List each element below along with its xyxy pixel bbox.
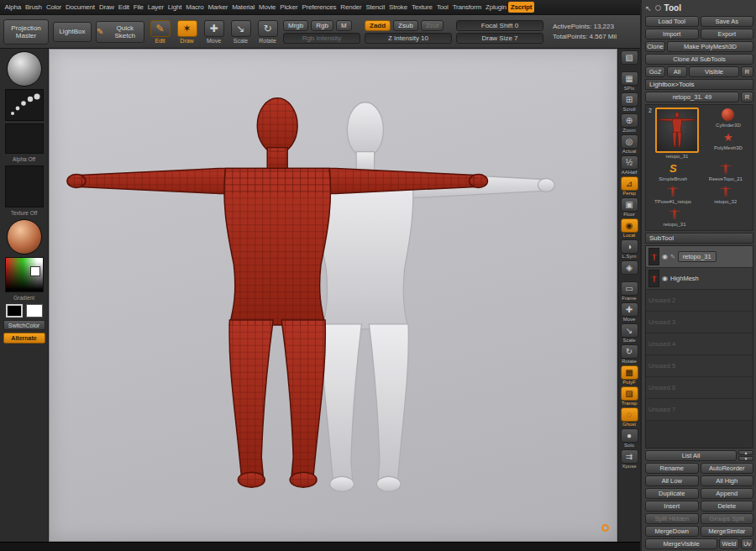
current-material-thumbnail[interactable] bbox=[7, 219, 42, 255]
menu-item[interactable]: Edit bbox=[116, 2, 131, 13]
quickpick-selected-tool[interactable]: retopo_31 bbox=[655, 108, 699, 160]
load-tool-button[interactable]: Load Tool bbox=[645, 16, 699, 27]
tool-palette-header[interactable]: ↖ Tool bbox=[645, 2, 753, 14]
menu-item[interactable]: Alpha bbox=[3, 2, 23, 13]
gradient-toggle[interactable]: Gradient bbox=[13, 295, 34, 302]
draw-size-slider[interactable]: Draw Size 7 bbox=[456, 33, 543, 44]
polyframe-toggle[interactable]: ▩ PolyF bbox=[618, 365, 640, 386]
subtool-item[interactable]: Unused 2 bbox=[646, 290, 753, 312]
append-button[interactable]: Append bbox=[701, 488, 754, 499]
all-high-button[interactable]: All High bbox=[701, 475, 754, 486]
menu-item[interactable]: Transform bbox=[450, 2, 483, 13]
quickpick-item-cylinder3d[interactable]: Cylinder3D bbox=[702, 108, 754, 129]
subtool-item[interactable]: Unused 5 bbox=[646, 355, 753, 377]
mrgb-button[interactable]: Mrgb bbox=[283, 20, 308, 31]
subtool-item[interactable]: Unused 4 bbox=[646, 333, 753, 355]
lightbox-tools-bar[interactable]: Lightbox>Tools bbox=[645, 79, 753, 90]
xpose-toggle[interactable]: ⇉ Xpose bbox=[618, 449, 640, 470]
zadd-button[interactable]: Zadd bbox=[365, 20, 391, 31]
menu-item[interactable]: Material bbox=[230, 2, 257, 13]
current-alpha-thumbnail[interactable] bbox=[5, 123, 44, 154]
menu-item[interactable]: Render bbox=[339, 2, 364, 13]
secondary-color-swatch[interactable] bbox=[26, 304, 43, 317]
import-button[interactable]: Import bbox=[645, 29, 699, 39]
zsub-button[interactable]: Zsub bbox=[393, 20, 418, 31]
split-hidden-button[interactable]: Split Hidden bbox=[645, 513, 699, 524]
current-stroke-thumbnail[interactable] bbox=[5, 89, 44, 121]
visibility-eye-icon[interactable]: ◉ bbox=[662, 253, 668, 260]
move-viewport-tool[interactable]: ✚ Move bbox=[618, 302, 640, 323]
subtool-item[interactable]: Unused 3 bbox=[646, 312, 753, 333]
menu-item[interactable]: Marker bbox=[206, 2, 230, 13]
local-toggle[interactable]: ◉ Local bbox=[618, 218, 640, 239]
projection-master-button[interactable]: Projection Master bbox=[3, 19, 49, 45]
quickpick-item-retopo-32[interactable]: retopo_32 bbox=[701, 184, 751, 205]
subtool-item[interactable]: Unused 7 bbox=[646, 399, 753, 421]
duplicate-button[interactable]: Duplicate bbox=[645, 488, 699, 499]
merge-down-button[interactable]: MergeDown bbox=[645, 526, 699, 537]
viewport-3d[interactable] bbox=[50, 50, 617, 541]
quick-sketch-button[interactable]: ✎ Quick Sketch bbox=[96, 21, 144, 43]
transparency-toggle[interactable]: ▨ Transp bbox=[618, 386, 640, 407]
all-low-button[interactable]: All Low bbox=[645, 475, 699, 486]
weld-button[interactable]: Weld bbox=[719, 538, 739, 549]
uv-button[interactable]: Uv bbox=[741, 538, 753, 549]
scale-mode-button[interactable]: ↘ Scale bbox=[229, 20, 252, 44]
actual-size-button[interactable]: ◎ Actual bbox=[618, 134, 640, 155]
color-picker-swatch[interactable] bbox=[30, 266, 40, 276]
persp-toggle[interactable]: ⊿ Persp bbox=[618, 176, 640, 197]
goz-visible-button[interactable]: Visible bbox=[689, 66, 739, 77]
spix-toggle[interactable]: ▦ SPix bbox=[618, 71, 640, 92]
selected-tool-thumbnail[interactable] bbox=[655, 108, 699, 153]
menu-item[interactable]: Movie bbox=[257, 2, 278, 13]
subtool-item-highmesh[interactable]: ◉ HighMesh bbox=[646, 268, 753, 290]
quickpick-item-polymesh3d[interactable]: ★ PolyMesh3D bbox=[702, 130, 754, 151]
menu-item[interactable]: Light bbox=[165, 2, 183, 13]
menu-item-zscript[interactable]: Zscript bbox=[508, 2, 533, 13]
zoom-tool[interactable]: ⊕ Zoom bbox=[618, 113, 640, 134]
floor-toggle[interactable]: ▣ Floor bbox=[618, 197, 640, 218]
menu-item[interactable]: Macro bbox=[184, 2, 206, 13]
solo-toggle[interactable]: ● Solo bbox=[618, 428, 640, 449]
quickpick-item-reevetopo[interactable]: ReeveTopo_21 bbox=[701, 161, 751, 182]
goz-button[interactable]: GoZ bbox=[645, 66, 665, 77]
aahalf-button[interactable]: ½ AAHalf bbox=[618, 155, 640, 176]
paint-toggle-icon[interactable]: ✎ bbox=[670, 254, 675, 260]
see-through-toggle[interactable]: ◈ bbox=[618, 260, 640, 281]
quickpick-item-retopo-31[interactable]: retopo_31 bbox=[648, 207, 701, 228]
menu-item[interactable]: Draw bbox=[97, 2, 116, 13]
autoreorder-button[interactable]: AutoReorder bbox=[701, 463, 754, 474]
active-tool-button[interactable]: retopo_31. 49 bbox=[645, 92, 739, 102]
quickpick-item-tpose-retopo[interactable]: TPose#1_retopo bbox=[648, 184, 698, 205]
lightbox-button[interactable]: LightBox bbox=[53, 22, 92, 42]
subtool-item-retopo-31[interactable]: ◉ ✎ retopo_31 bbox=[646, 246, 753, 268]
subtool-header[interactable]: SubTool bbox=[645, 233, 753, 244]
rename-button[interactable]: Rename bbox=[645, 463, 699, 474]
groups-split-button[interactable]: Groups Split bbox=[701, 513, 754, 524]
move-mode-button[interactable]: ✚ Move bbox=[202, 20, 225, 44]
rgb-intensity-slider[interactable]: Rgb Intensity bbox=[283, 33, 360, 44]
color-picker[interactable] bbox=[5, 257, 44, 292]
list-all-button[interactable]: List All bbox=[645, 450, 737, 461]
rotate-mode-button[interactable]: ↻ Rotate bbox=[256, 20, 279, 44]
subtool-up-button[interactable]: ▲ bbox=[738, 450, 753, 455]
primary-color-swatch[interactable] bbox=[6, 304, 23, 317]
retopo-wireframe-figure[interactable] bbox=[67, 98, 488, 487]
save-as-button[interactable]: Save As bbox=[701, 16, 754, 27]
zcut-button[interactable]: Zcut bbox=[421, 20, 444, 31]
quickpick-item-simplebrush[interactable]: S SimpleBrush bbox=[648, 161, 698, 182]
menu-item[interactable]: Preferences bbox=[300, 2, 339, 13]
make-polymesh3d-button[interactable]: Make PolyMesh3D bbox=[667, 41, 753, 52]
ghost-figure[interactable] bbox=[176, 102, 554, 491]
clone-button[interactable]: Clone bbox=[645, 41, 665, 52]
export-button[interactable]: Export bbox=[701, 29, 754, 39]
switch-color-button[interactable]: SwitchColor bbox=[3, 320, 45, 330]
goz-r-button[interactable]: R bbox=[741, 66, 753, 77]
current-brush-thumbnail[interactable] bbox=[7, 51, 42, 87]
insert-button[interactable]: Insert bbox=[645, 501, 699, 512]
menu-item[interactable]: Stroke bbox=[387, 2, 410, 13]
menu-item[interactable]: Stencil bbox=[364, 2, 387, 13]
subtool-down-button[interactable]: ▼ bbox=[738, 456, 753, 461]
menu-item[interactable]: File bbox=[131, 2, 145, 13]
goz-all-button[interactable]: All bbox=[667, 66, 687, 77]
